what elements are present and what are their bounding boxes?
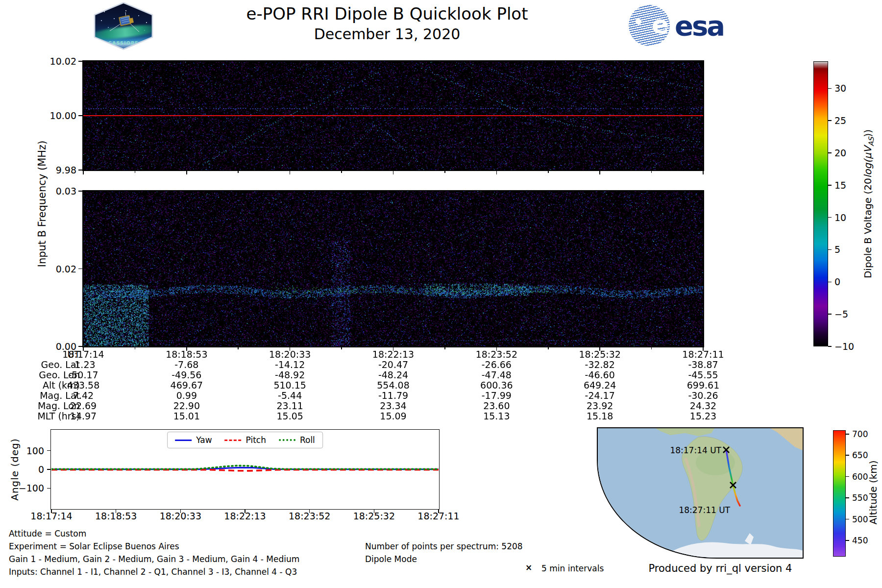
info-points-per-spectrum: Number of points per spectrum: 5208 [365,542,523,551]
ephemeris-value: -17.99 [447,391,545,401]
altitude-colorbar-tick [846,497,849,498]
info-attitude: Attitude = Custom [9,530,86,538]
voltage-colorbar-tick-label: 15 [834,180,846,190]
freq-tick [78,170,82,171]
intervals-legend-label: 5 min intervals [541,564,604,573]
ephemeris-value: -26.66 [447,360,545,370]
altitude-colorbar-tick [846,434,849,435]
voltage-colorbar-tick-label: 25 [834,116,846,125]
angle-x-tick-label: 18:23:52 [278,512,342,521]
voltage-label-prefix: Dipole B Voltage (20 [862,178,874,278]
ephemeris-value: 469.67 [138,380,236,391]
angle-y-tick [47,450,51,451]
patch-title: CASSIOPE [92,41,155,46]
ephemeris-value: -48.24 [344,370,442,380]
voltage-label-subscript: AS [867,137,875,147]
time-tick [703,171,704,174]
yaw-label: Yaw [196,435,212,445]
ephemeris-value: 18:20:33 [241,349,339,360]
info-experiment: Experiment = Solar Eclipse Buenos Aires [9,542,179,551]
ephemeris-value: 23.92 [551,401,649,411]
ephemeris-value: 7.42 [34,391,132,401]
ephemeris-value: -45.55 [654,370,752,380]
angle-x-tick-label: 18:25:32 [342,512,406,521]
freq-tick [78,191,82,192]
ephemeris-value: 22.69 [34,401,132,411]
time-tick [651,347,652,349]
cassiope-mission-patch: CASSIOPE [91,2,156,50]
voltage-label-math: log(μV [862,147,874,178]
ephemeris-value: 554.08 [344,380,442,391]
ephemeris-value: -20.47 [344,360,442,370]
ephemeris-value: 15.13 [447,411,545,421]
angle-y-tick-label: −100 [9,484,44,493]
ephemeris-value: 15.23 [654,411,752,421]
voltage-colorbar-tick [828,152,832,153]
ephemeris-value: 433.58 [34,380,132,391]
time-tick [135,347,136,349]
freq-tick-label: 10.02 [28,57,76,66]
time-tick [444,347,445,349]
freq-tick [78,61,82,62]
ephemeris-value: -48.92 [241,370,339,380]
altitude-colorbar-tick-label: 700 [852,430,868,438]
ephemeris-value: 15.01 [138,411,236,421]
ephemeris-value: 23.60 [447,401,545,411]
quicklook-plot-page: CASSIOPE e-POP RRI Dipole B Quicklook Pl… [0,0,882,588]
ephemeris-value: 18:25:32 [551,349,649,360]
legend-item-yaw: Yaw [175,435,212,445]
page-subtitle: December 13, 2020 [147,25,627,43]
altitude-colorbar-tick-label: 600 [852,472,868,481]
voltage-colorbar-tick [828,185,832,186]
freq-tick [78,115,82,116]
freq-tick-label: 0.02 [28,264,76,273]
angle-y-tick-label: 0 [9,465,44,474]
voltage-colorbar-tick [828,282,832,283]
angle-y-tick [47,469,51,470]
ephemeris-value: -46.60 [551,370,649,380]
angle-y-tick-label: 100 [9,446,44,455]
produced-by-caption: Produced by rri_ql version 4 [630,563,811,574]
info-inputs: Inputs: Channel 1 - I1, Channel 2 - Q1, … [9,568,297,576]
angle-x-tick-label: 18:18:53 [84,512,148,521]
legend-item-roll: Roll [279,435,315,445]
esa-globe-star [636,19,641,24]
time-tick [186,171,187,174]
ephemeris-value: -38.87 [654,360,752,370]
voltage-colorbar [813,61,828,346]
altitude-colorbar-tick-label: 550 [852,494,868,502]
altitude-colorbar-tick [846,476,849,477]
spectrogram-upper-canvas [83,61,703,170]
voltage-colorbar-tick-label: −10 [834,342,854,351]
angle-x-tick-label: 18:22:13 [213,512,277,521]
pitch-line-sample [225,440,242,441]
cassiope-patch-art: CASSIOPE [92,3,155,49]
time-tick [238,347,239,349]
ephemeris-value: 23.34 [344,401,442,411]
time-tick [444,171,445,173]
altitude-colorbar-tick-label: 650 [852,451,868,460]
freq-tick-label: 0.03 [28,187,76,196]
voltage-colorbar-label: Dipole B Voltage (20log(μVAS)) [862,129,875,278]
info-gains: Gain 1 - Medium, Gain 2 - Medium, Gain 3… [9,555,299,564]
altitude-colorbar-tick-label: 500 [852,515,868,523]
angle-y-tick [47,488,51,489]
ephemeris-value: 18:17:14 [34,349,132,360]
ephemeris-value: 18:23:52 [447,349,545,360]
ephemeris-value: -50.17 [34,370,132,380]
time-tick [83,171,84,174]
ephemeris-value: -5.44 [241,391,339,401]
yaw-line-sample [175,440,192,441]
angle-x-tick-label: 18:27:11 [407,512,470,521]
ephemeris-value: 24.32 [654,401,752,411]
voltage-colorbar-tick-label: 5 [834,245,840,254]
freq-tick [78,269,82,270]
voltage-colorbar-tick [828,314,832,315]
time-tick [651,171,652,173]
altitude-colorbar-tick [846,455,849,456]
pitch-label: Pitch [246,435,266,445]
freq-tick-label: 10.00 [28,111,76,121]
angle-x-tick-label: 18:20:33 [148,512,212,521]
track-end-time: 18:27:11 UT [679,505,730,515]
time-tick [548,347,549,349]
